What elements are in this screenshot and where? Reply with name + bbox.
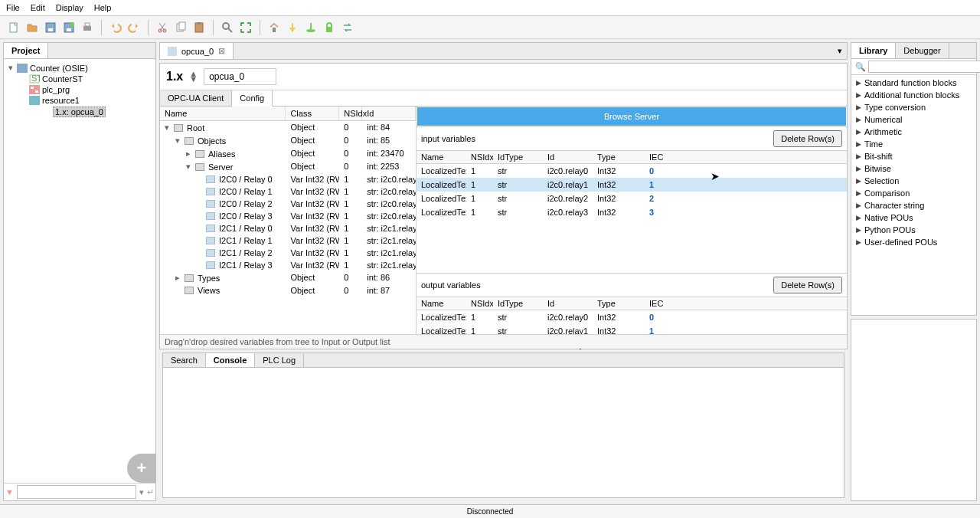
save-icon[interactable] — [43, 20, 58, 35]
server-row[interactable]: ▾ServerObject0int: 2253 — [160, 160, 416, 173]
bottom-tab-search[interactable]: Search — [163, 353, 206, 367]
undo-icon[interactable] — [108, 20, 123, 35]
build-icon[interactable] — [266, 20, 282, 35]
filter-go-icon[interactable]: ↵ — [147, 487, 154, 497]
version-label: 1.x — [166, 70, 183, 84]
server-row[interactable]: I2C1 / Relay 0Var Int32 (RW)1str: i2c1.r… — [160, 222, 416, 234]
tabs-dropdown-icon[interactable]: ▾ — [833, 46, 847, 56]
add-button-icon[interactable]: + — [127, 454, 156, 483]
close-tab-icon[interactable]: ⊠ — [218, 46, 225, 56]
tree-item[interactable]: plc_prg — [7, 84, 152, 95]
saveas-icon[interactable] — [61, 20, 77, 35]
server-row[interactable]: I2C0 / Relay 2Var Int32 (RW)1str: i2c0.r… — [160, 198, 416, 210]
svg-rect-21 — [29, 85, 40, 94]
bottom-panel: Search Console PLC Log — [162, 352, 844, 498]
output-vars-section: output variables Delete Row(s) NameNSIdx… — [416, 273, 847, 366]
toolbar — [0, 16, 980, 39]
server-row[interactable]: ViewsObject0int: 87 — [160, 284, 416, 297]
server-tree: Name Class NSIdx Id ▾RootObject0int: 84▾… — [160, 107, 416, 334]
redo-icon[interactable] — [126, 20, 142, 35]
filter-dropdown-icon[interactable]: ▾ — [139, 487, 144, 497]
library-category[interactable]: ▶Bitwise — [851, 162, 976, 175]
variable-row[interactable]: LocalizedText(Er1stri2c0.relay0Int320 — [416, 164, 847, 178]
server-row[interactable]: ▾ObjectsObject0int: 85 — [160, 134, 416, 147]
debugger-tab[interactable]: Debugger — [896, 43, 949, 58]
variable-row[interactable]: LocalizedText(Er1stri2c0.relay2Int322 — [416, 192, 847, 205]
menu-display[interactable]: Display — [56, 3, 83, 12]
node-name-input[interactable] — [204, 68, 276, 85]
connect-icon[interactable] — [303, 20, 318, 35]
server-row[interactable]: ▾RootObject0int: 84 — [160, 121, 416, 134]
input-vars-title: input variables — [421, 134, 475, 143]
library-tab[interactable]: Library — [851, 43, 896, 58]
server-row[interactable]: ▸TypesObject0int: 86 — [160, 271, 416, 284]
server-row[interactable]: I2C1 / Relay 2Var Int32 (RW)1str: i2c1.r… — [160, 247, 416, 259]
lib-search-input[interactable] — [868, 61, 980, 73]
server-row[interactable]: ▸AliasesObject0int: 23470 — [160, 147, 416, 160]
menu-edit[interactable]: Edit — [31, 3, 45, 12]
paste-icon[interactable] — [191, 20, 207, 35]
library-category[interactable]: ▶User-defined POUs — [851, 236, 976, 248]
status-bar: Disconnected — [0, 504, 980, 518]
editor-tabs: opcua_0 ⊠ ▾ — [159, 42, 848, 60]
server-row[interactable]: I2C0 / Relay 1Var Int32 (RW)1str: i2c0.r… — [160, 185, 416, 198]
open-icon[interactable] — [24, 20, 40, 35]
editor-tab-opcua[interactable]: opcua_0 ⊠ — [160, 43, 234, 59]
svg-rect-13 — [198, 22, 201, 25]
project-tab[interactable]: Project — [4, 43, 48, 58]
output-grid-header: NameNSIdxIdTypeIdTypeIEC — [416, 297, 847, 310]
server-row[interactable]: I2C0 / Relay 3Var Int32 (RW)1str: i2c0.r… — [160, 210, 416, 222]
tree-item[interactable]: STCounterST — [7, 74, 152, 84]
version-spinner[interactable]: ▲▼ — [189, 71, 198, 82]
library-category[interactable]: ▶Additional function blocks — [851, 89, 976, 101]
bottom-tab-console[interactable]: Console — [206, 353, 255, 367]
library-category[interactable]: ▶Standard function blocks — [851, 77, 976, 89]
svg-rect-15 — [273, 28, 276, 32]
library-category[interactable]: ▶Python POUs — [851, 224, 976, 236]
library-category[interactable]: ▶Comparison — [851, 187, 976, 199]
lock-icon[interactable] — [322, 20, 337, 35]
print-icon[interactable] — [80, 20, 95, 35]
library-category[interactable]: ▶Bit-shift — [851, 150, 976, 162]
svg-rect-24 — [29, 96, 40, 105]
delete-output-rows-button[interactable]: Delete Row(s) — [773, 277, 842, 293]
browse-server-button[interactable]: Browse Server — [417, 107, 846, 126]
library-category[interactable]: ▶Type conversion — [851, 101, 976, 113]
server-row[interactable]: I2C1 / Relay 3Var Int32 (RW)1str: i2c1.r… — [160, 259, 416, 271]
tree-root[interactable]: ▾Counter (OSIE) — [7, 62, 152, 74]
new-icon[interactable] — [6, 20, 21, 35]
fullscreen-icon[interactable] — [238, 20, 253, 35]
variable-row[interactable]: LocalizedText(Er1stri2c0.relay0Int320 — [416, 310, 847, 324]
cut-icon[interactable] — [155, 20, 170, 35]
bottom-tab-plclog[interactable]: PLC Log — [255, 353, 304, 367]
variable-row[interactable]: LocalizedText(Er1stri2c0.relay1Int321 — [416, 178, 847, 192]
console-output — [163, 368, 844, 497]
project-tree[interactable]: ▾Counter (OSIE) STCounterST plc_prg reso… — [4, 59, 155, 454]
library-category[interactable]: ▶Character string — [851, 199, 976, 211]
library-category[interactable]: ▶Time — [851, 138, 976, 150]
library-category[interactable]: ▶Native POUs — [851, 211, 976, 224]
variable-row[interactable]: LocalizedText(Er1stri2c0.relay3Int323 — [416, 205, 847, 219]
menu-help[interactable]: Help — [94, 3, 112, 12]
server-row[interactable]: I2C1 / Relay 1Var Int32 (RW)1str: i2c1.r… — [160, 234, 416, 247]
transfer-icon[interactable] — [340, 20, 355, 35]
tree-item-selected[interactable]: 1.x: opcua_0 — [7, 106, 152, 118]
library-category[interactable]: ▶Selection — [851, 175, 976, 187]
menu-file[interactable]: File — [6, 3, 20, 12]
server-row[interactable]: I2C0 / Relay 0Var Int32 (RW)1str: i2c0.r… — [160, 173, 416, 185]
lib-search-icon: 🔍 — [853, 62, 868, 72]
svg-rect-22 — [31, 87, 34, 89]
library-category[interactable]: ▶Numerical — [851, 113, 976, 126]
library-category[interactable]: ▶Arithmetic — [851, 126, 976, 138]
copy-icon[interactable] — [173, 20, 188, 35]
subtab-client[interactable]: OPC-UA Client — [160, 90, 232, 106]
delete-input-rows-button[interactable]: Delete Row(s) — [773, 130, 842, 147]
svg-rect-7 — [85, 23, 90, 26]
filter-input[interactable] — [17, 485, 136, 499]
tree-item[interactable]: resource1 — [7, 95, 152, 106]
search-icon[interactable] — [220, 20, 235, 35]
svg-rect-23 — [35, 90, 38, 93]
svg-point-5 — [70, 22, 74, 27]
subtab-config[interactable]: Config — [232, 90, 273, 107]
clean-icon[interactable] — [285, 20, 300, 35]
